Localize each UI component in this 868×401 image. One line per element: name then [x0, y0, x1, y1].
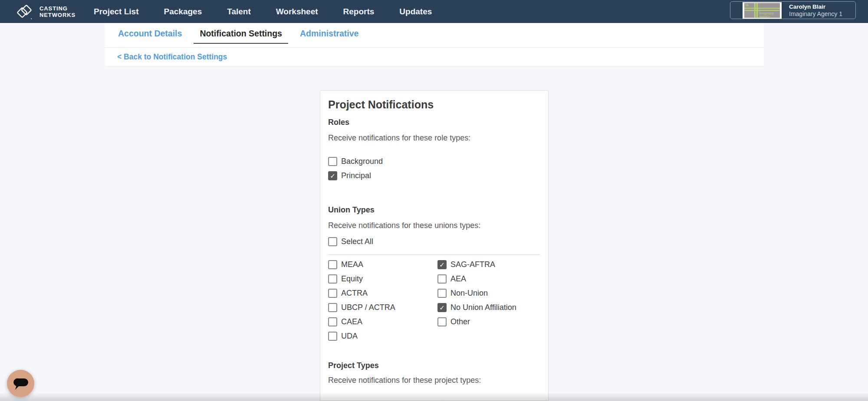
- principal-checkbox[interactable]: [328, 171, 337, 180]
- roles-heading: Roles: [328, 117, 540, 127]
- tab-administrative[interactable]: Administrative: [294, 29, 365, 43]
- brand-text: CASTING NETWORKS: [39, 5, 76, 18]
- ubcp-actra-checkbox[interactable]: [328, 303, 337, 312]
- checkbox-option-uda[interactable]: UDA: [328, 330, 437, 342]
- card-title: Project Notifications: [328, 98, 540, 111]
- checkbox-label: CAEA: [341, 317, 362, 326]
- roles-description: Receive notifications for these role typ…: [328, 133, 540, 143]
- union-types-heading: Union Types: [328, 205, 540, 215]
- checkbox-label: UDA: [341, 332, 358, 341]
- user-info: Carolyn Blair Imaginary Agency 1: [789, 3, 842, 18]
- casting-networks-logo[interactable]: CASTING NETWORKS: [14, 2, 76, 22]
- uda-checkbox[interactable]: [328, 332, 337, 341]
- settings-tabs: Account Details Notification Settings Ad…: [105, 23, 764, 48]
- back-to-notification-settings-link[interactable]: < Back to Notification Settings: [117, 52, 227, 62]
- select-all-divider: [328, 254, 540, 255]
- actra-checkbox[interactable]: [328, 289, 337, 298]
- checkbox-label: ACTRA: [341, 289, 368, 298]
- checkbox-option-background[interactable]: Background: [328, 156, 540, 167]
- user-name: Carolyn Blair: [789, 3, 842, 10]
- caea-checkbox[interactable]: [328, 317, 337, 326]
- chat-bubble-icon: [13, 378, 29, 391]
- checkbox-option-non-union[interactable]: Non-Union: [437, 287, 516, 299]
- checkbox-label: Equity: [341, 274, 363, 284]
- nav-item-project-list[interactable]: Project List: [94, 7, 138, 16]
- checkbox-label: Principal: [341, 171, 371, 180]
- checkbox-label: Other: [450, 317, 470, 326]
- nav-item-worksheet[interactable]: Worksheet: [276, 7, 318, 16]
- project-types-description: Receive notifications for these project …: [328, 375, 540, 385]
- aea-checkbox[interactable]: [437, 274, 447, 284]
- checkbox-label: Background: [341, 157, 383, 166]
- union-types-description: Receive notifications for these unions t…: [328, 221, 540, 230]
- project-notifications-card: Project Notifications Roles Receive noti…: [320, 90, 549, 401]
- other-checkbox[interactable]: [437, 317, 447, 326]
- nav-item-updates[interactable]: Updates: [399, 7, 432, 16]
- checkbox-option-caea[interactable]: CAEA: [328, 316, 437, 328]
- settings-panel: Account Details Notification Settings Ad…: [105, 23, 764, 66]
- background-checkbox[interactable]: [328, 157, 337, 166]
- checkbox-option-equity[interactable]: Equity: [328, 273, 437, 285]
- non-union-checkbox[interactable]: [437, 289, 447, 298]
- checkbox-label: No Union Affiliation: [450, 303, 516, 312]
- checkbox-option-principal[interactable]: Principal: [328, 170, 540, 182]
- top-navigation-bar: CASTING NETWORKS Project List Packages T…: [0, 0, 868, 23]
- project-types-heading: Project Types: [328, 361, 540, 370]
- nav-item-talent[interactable]: Talent: [227, 7, 251, 16]
- checkbox-option-no-union-affiliation[interactable]: No Union Affiliation: [437, 302, 516, 313]
- agency-logo-image: IA Imaginary Agency: [743, 2, 782, 19]
- checkbox-option-meaa[interactable]: MEAA: [328, 259, 437, 271]
- tab-account-details[interactable]: Account Details: [112, 29, 188, 43]
- checkbox-label: MEAA: [341, 260, 363, 269]
- chat-launcher-button[interactable]: [7, 370, 34, 397]
- tab-notification-settings[interactable]: Notification Settings: [194, 29, 288, 44]
- user-agency: Imaginary Agency 1: [789, 10, 842, 18]
- union-column-left: MEAA Equity ACTRA UBCP / ACTRA CAEA UDA: [328, 259, 437, 345]
- union-types-grid: MEAA Equity ACTRA UBCP / ACTRA CAEA UDA: [328, 259, 540, 345]
- checkbox-label: Select All: [341, 237, 373, 246]
- nav-item-reports[interactable]: Reports: [343, 7, 375, 16]
- checkbox-option-other[interactable]: Other: [437, 316, 516, 328]
- diamonds-logo-icon: [14, 2, 34, 22]
- meaa-checkbox[interactable]: [328, 260, 337, 269]
- nav-item-packages[interactable]: Packages: [164, 7, 202, 16]
- checkbox-label: UBCP / ACTRA: [341, 303, 395, 312]
- checkbox-option-sag-aftra[interactable]: SAG-AFTRA: [437, 259, 516, 271]
- no-union-affiliation-checkbox[interactable]: [437, 303, 447, 312]
- checkbox-label: SAG-AFTRA: [450, 260, 495, 269]
- checkbox-option-select-all[interactable]: Select All: [328, 236, 540, 248]
- sag-aftra-checkbox[interactable]: [437, 260, 447, 269]
- union-column-right: SAG-AFTRA AEA Non-Union No Union Affilia…: [437, 259, 516, 345]
- main-menu: Project List Packages Talent Worksheet R…: [94, 7, 432, 16]
- checkbox-option-aea[interactable]: AEA: [437, 273, 516, 285]
- checkbox-option-actra[interactable]: ACTRA: [328, 287, 437, 299]
- checkbox-label: AEA: [450, 274, 466, 284]
- checkbox-label: Non-Union: [450, 289, 488, 298]
- select-all-checkbox[interactable]: [328, 237, 337, 246]
- checkbox-option-ubcp-actra[interactable]: UBCP / ACTRA: [328, 302, 437, 313]
- back-link-row: < Back to Notification Settings: [105, 48, 764, 66]
- equity-checkbox[interactable]: [328, 274, 337, 284]
- user-account-menu[interactable]: IA Imaginary Agency Carolyn Blair Imagin…: [730, 1, 856, 19]
